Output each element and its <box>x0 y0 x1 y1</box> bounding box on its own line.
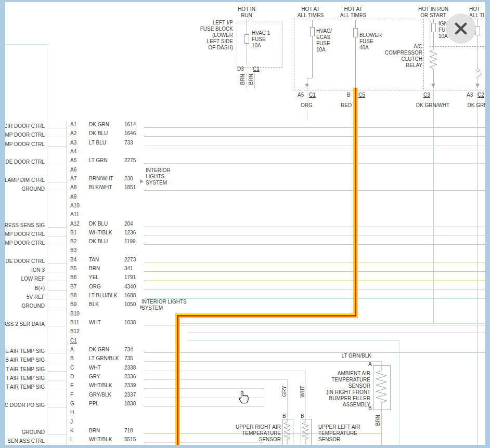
pin-id: C <box>70 365 74 371</box>
signal-stub <box>48 191 67 191</box>
wire-color: LT BLU/BLK <box>89 293 118 298</box>
connector-label-c1: C1 <box>253 66 260 72</box>
circuit-number: 1050 <box>124 301 136 307</box>
circuit-number: 734 <box>124 347 133 352</box>
wire-color: LT BLU <box>89 140 106 146</box>
pin-row-A7: A7BRN/WHT230 <box>67 175 486 183</box>
pin-id: B4 <box>70 257 76 262</box>
highlighted-wire-red[interactable] <box>177 315 356 317</box>
wire-line-E <box>144 388 263 389</box>
pin-id: J <box>70 419 73 425</box>
wire-line-B7 <box>144 289 485 290</box>
wire-color: LT GRN/BLK <box>89 355 119 361</box>
wire-color: BLK/WHT <box>89 185 112 190</box>
fuse-symbol <box>431 23 436 32</box>
pin-id: B10 <box>70 311 80 317</box>
wire-color: WHT/BLK <box>89 230 112 235</box>
signal-stub <box>48 182 67 182</box>
exit-connector: C5 <box>358 92 365 98</box>
pin-row-A3: A3LT BLU733 <box>67 139 486 148</box>
brn-wire <box>381 409 382 445</box>
sensor-pin-b: B <box>368 405 372 412</box>
circuit-number: 1199 <box>124 239 136 244</box>
signal-stub <box>48 245 67 245</box>
signal-label-C: T AIR TEMP SIG <box>6 366 45 372</box>
pin-id: B5 <box>70 266 76 271</box>
signal-label-A: E AIR TEMP SIG <box>5 348 45 354</box>
signal-label-A12: RESS SENS SIG <box>5 222 45 228</box>
fuse-symbol <box>310 27 315 36</box>
pin-row-B9: B9BLK1050 <box>67 300 486 309</box>
wire-color: BRN <box>89 266 100 271</box>
fuse-symbol <box>475 26 480 35</box>
pin-row-B12: B12 <box>67 327 486 336</box>
pin-id: A <box>70 347 74 352</box>
pin-id: A3 <box>70 140 76 146</box>
signal-stub <box>48 290 67 291</box>
signal-stub <box>48 164 67 164</box>
wire-color-label-wht: WHT <box>300 386 305 398</box>
pin-row-H: H <box>67 409 486 417</box>
module-box-right-edge <box>47 44 47 445</box>
signal-stub <box>48 128 67 128</box>
wire-color-label-gry: GRY <box>281 386 287 397</box>
circuit-number: 1236 <box>124 230 136 235</box>
wire-color: BLK <box>89 301 99 307</box>
signal-stub <box>48 389 67 389</box>
signal-label-A5: DE DOOR CTRL <box>5 159 45 165</box>
wire-color: LT GRN <box>89 157 108 163</box>
wire-line-G <box>144 406 263 407</box>
signal-stub <box>48 137 67 137</box>
ambient-sensor-symbol <box>373 365 391 410</box>
highlighted-wire-red[interactable] <box>177 315 178 445</box>
signal-label-B5: IGN 3 <box>31 267 45 273</box>
pin-row-D: DGRY2336 <box>67 373 486 381</box>
pin-row-B2: B2DK BLU1199 <box>67 238 486 246</box>
resistor-zigzag <box>283 419 292 444</box>
pin-row-B5: B5BRN341 <box>67 265 486 273</box>
signal-label-B8: 5V REF <box>27 294 45 300</box>
pin-row-B: BLT GRN/BLK735 <box>67 354 486 363</box>
pin-id: G <box>70 401 74 406</box>
exit-pin: A3 <box>467 92 473 98</box>
wire-color: DK BLU <box>89 130 108 136</box>
pin-id: A11 <box>70 212 79 217</box>
signal-label-L: SEN ASS CTRL <box>7 438 45 444</box>
signal-label-A1: CIR DOOR CTRL <box>4 123 45 129</box>
signal-stub <box>48 263 67 263</box>
circuit-number: 4340 <box>124 284 136 289</box>
pin-row-B4: B4TAN2273 <box>67 256 486 265</box>
signal-stub <box>48 353 67 353</box>
pin-id: B8 <box>70 293 76 298</box>
wire-color-label-brn: BRN <box>375 415 381 426</box>
signal-label-B2: MP DOOR CTRL <box>5 240 45 246</box>
signal-stub <box>48 434 67 434</box>
relay-section-divider <box>423 19 424 89</box>
connector-pin-table: A1DK GRN1614A2DK BLU1646A3LT BLU733A4A5L… <box>67 121 486 445</box>
wire-line-B1 <box>144 235 485 236</box>
wire-color: DK BLU <box>89 239 108 244</box>
wire-color: GRY <box>89 374 100 379</box>
pin-id: A9 <box>70 194 76 200</box>
left-fuse-block-caption: LEFT I/P FUSE BLOCK (LOWER LEFT SIDE OF … <box>172 20 233 51</box>
circuit-number: 230 <box>124 176 133 181</box>
pin-id: B11 <box>70 320 79 325</box>
pin-id: B2 <box>70 239 76 244</box>
pin-id: A4 <box>70 149 76 154</box>
pin-id: B7 <box>70 284 76 289</box>
frame-bottom[interactable] <box>0 445 490 448</box>
pin-id: A12 <box>70 221 80 227</box>
close-button[interactable] <box>446 14 476 44</box>
highlighted-wire-red[interactable] <box>355 88 356 317</box>
wire-line-A8 <box>144 190 485 191</box>
frame-right[interactable] <box>485 0 490 448</box>
circuit-number: 1646 <box>124 130 136 136</box>
ambient-top-wire-color: LT GRN/BLK <box>333 353 371 359</box>
circuit-number: 718 <box>124 428 133 433</box>
wire-arrow-down <box>431 84 435 87</box>
signal-label-G: C DOOR PO SIG <box>5 402 45 408</box>
pin-row-E: EWHT/BLK2339 <box>67 381 486 390</box>
circuit-number: 1038 <box>124 320 136 325</box>
circuit-number: 2273 <box>124 257 136 262</box>
upper-left-sensor-label: UPPER LEFT AIR TEMPERATURE SENSOR <box>318 424 373 443</box>
